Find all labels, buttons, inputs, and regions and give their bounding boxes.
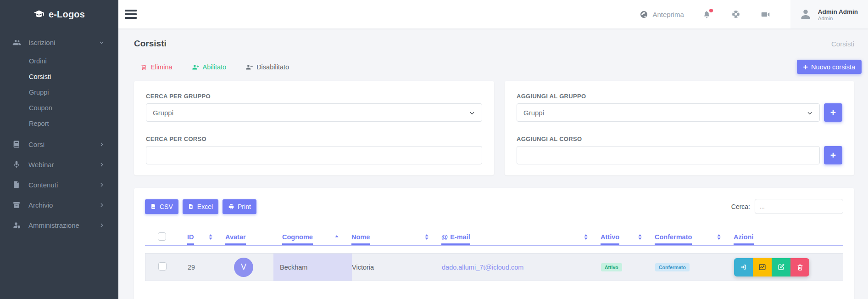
sidebar-item-label: Iscrizioni bbox=[28, 39, 99, 46]
add-group-select[interactable]: Gruppi bbox=[517, 103, 820, 122]
sidebar-item-ordini[interactable]: Ordini bbox=[0, 53, 118, 69]
sort-icon bbox=[209, 234, 212, 240]
sidebar-item-contenuti[interactable]: Contenuti bbox=[0, 175, 118, 195]
delete-row-button[interactable] bbox=[790, 258, 809, 276]
export-excel-label: Excel bbox=[197, 203, 213, 210]
table-row: 29 V Beckham Victoria dado.allumi_7t@icl… bbox=[145, 253, 843, 281]
new-corsista-label: Nuovo corsista bbox=[811, 63, 855, 71]
column-header-confermato[interactable]: Confermato bbox=[655, 233, 734, 245]
users-icon bbox=[12, 38, 21, 47]
sidebar-item-archivio[interactable]: Archivio bbox=[0, 195, 118, 215]
disable-action-button[interactable]: Disabilitato bbox=[245, 63, 289, 71]
delete-action-button[interactable]: Elimina bbox=[140, 63, 172, 71]
corsisti-table-card: csv CSV Excel bbox=[134, 188, 854, 299]
preview-label: Anteprima bbox=[652, 11, 684, 18]
select-all-checkbox[interactable] bbox=[158, 232, 166, 241]
page-content: Corsisti Corsisti Elimina Abi bbox=[118, 28, 868, 299]
sidebar-item-report[interactable]: Report bbox=[0, 116, 118, 131]
row-checkbox[interactable] bbox=[158, 262, 167, 271]
avatar: V bbox=[234, 258, 253, 277]
row-select-cell bbox=[145, 262, 188, 272]
login-as-button[interactable] bbox=[734, 258, 753, 276]
sidebar-item-label: Corsi bbox=[28, 141, 99, 148]
sidebar-item-corsi[interactable]: Corsi bbox=[0, 134, 118, 154]
trash-icon bbox=[140, 64, 147, 71]
export-csv-button[interactable]: csv CSV bbox=[145, 199, 178, 214]
main-area: Anteprima bbox=[118, 0, 868, 299]
row-nome: Victoria bbox=[352, 264, 442, 271]
column-header-email[interactable]: @E-mail bbox=[441, 233, 601, 245]
column-header-cognome[interactable]: Cognome bbox=[282, 233, 351, 245]
search-group-field: CERCA PER GRUPPO Gruppi bbox=[146, 93, 482, 122]
sort-icon bbox=[638, 234, 642, 240]
new-corsista-button[interactable]: + Nuovo corsista bbox=[797, 60, 862, 74]
export-excel-button[interactable]: Excel bbox=[183, 199, 218, 214]
sidebar-item-gruppi[interactable]: Gruppi bbox=[0, 85, 118, 100]
user-menu[interactable]: Admin Admin Admin bbox=[790, 0, 868, 28]
globe-icon bbox=[640, 10, 648, 19]
column-header-attivo[interactable]: Attivo bbox=[601, 233, 655, 245]
plus-icon: + bbox=[803, 63, 808, 71]
sidebar-item-coupon[interactable]: Coupon bbox=[0, 100, 118, 116]
export-csv-label: CSV bbox=[160, 203, 173, 210]
delete-action-label: Elimina bbox=[150, 63, 172, 71]
printer-icon bbox=[228, 203, 234, 210]
notifications-button[interactable] bbox=[702, 10, 711, 19]
column-header-id[interactable]: ID bbox=[187, 233, 225, 245]
menu-toggle-button[interactable] bbox=[125, 6, 139, 23]
table-header-row: ID Avatar Cognome bbox=[145, 231, 843, 246]
column-header-nome[interactable]: Nome bbox=[351, 233, 441, 245]
edit-icon bbox=[777, 263, 785, 271]
search-group-label: CERCA PER GRUPPO bbox=[146, 93, 482, 100]
table-search-label: Cerca: bbox=[731, 203, 750, 210]
print-label: Print bbox=[238, 203, 251, 210]
sidebar-item-label: Contenuti bbox=[28, 181, 99, 189]
status-badge-confermato: Confermato bbox=[655, 263, 690, 271]
bulk-actions: Elimina Abilitato Disabilitato bbox=[140, 63, 289, 71]
enable-action-button[interactable]: Abilitato bbox=[192, 63, 227, 71]
user-minus-icon bbox=[245, 63, 253, 71]
column-header-azioni: Azioni bbox=[734, 233, 843, 245]
sidebar-item-webinar[interactable]: Webinar bbox=[0, 154, 118, 175]
sort-icon bbox=[425, 234, 428, 240]
group-filter-select[interactable]: Gruppi bbox=[146, 103, 482, 122]
sidebar-item-amministrazione[interactable]: Amministrazione bbox=[0, 215, 118, 235]
sidebar: e-Logos Iscrizioni Ordini Corsisti Grupp… bbox=[0, 0, 118, 299]
row-attivo-cell: Attivo bbox=[601, 263, 655, 271]
course-filter-input[interactable] bbox=[146, 146, 482, 164]
video-button[interactable] bbox=[761, 10, 770, 19]
help-button[interactable] bbox=[731, 10, 740, 19]
page-title: Corsisti bbox=[134, 39, 167, 49]
row-action-buttons bbox=[734, 258, 809, 276]
edit-button[interactable] bbox=[772, 258, 790, 276]
notification-dot bbox=[709, 9, 713, 12]
table-search-input[interactable] bbox=[755, 199, 843, 214]
chevron-right-icon bbox=[99, 182, 105, 188]
stats-button[interactable] bbox=[753, 258, 772, 276]
add-to-group-button[interactable]: + bbox=[824, 103, 842, 122]
print-button[interactable]: Print bbox=[223, 199, 256, 214]
search-filters-card: CERCA PER GRUPPO Gruppi CERCA PER CORSO bbox=[134, 81, 494, 175]
chevron-right-icon bbox=[99, 202, 105, 208]
page-head: Corsisti Corsisti bbox=[134, 39, 862, 49]
brand-name: e-Logos bbox=[49, 9, 85, 20]
user-role: Admin bbox=[818, 16, 858, 21]
topbar-right: Anteprima bbox=[640, 0, 868, 28]
add-course-input[interactable] bbox=[517, 146, 820, 164]
stats-icon bbox=[758, 263, 766, 271]
add-group-value: Gruppi bbox=[523, 109, 544, 117]
sidebar-item-corsisti[interactable]: Corsisti bbox=[0, 69, 118, 85]
brand-logo[interactable]: e-Logos bbox=[0, 0, 118, 28]
user-plus-icon bbox=[192, 63, 200, 71]
microphone-icon bbox=[12, 160, 21, 169]
column-header-avatar[interactable]: Avatar bbox=[225, 233, 282, 245]
row-email-link[interactable]: dado.allumi_7t@icloud.com bbox=[442, 264, 523, 271]
chevron-down-icon bbox=[99, 39, 105, 45]
add-to-course-button[interactable]: + bbox=[824, 146, 842, 164]
trash-icon bbox=[796, 264, 804, 271]
preview-button[interactable]: Anteprima bbox=[640, 10, 684, 19]
sidebar-item-iscrizioni[interactable]: Iscrizioni bbox=[0, 32, 118, 52]
sidebar-item-label: Amministrazione bbox=[28, 221, 99, 229]
user-name: Admin Admin bbox=[818, 8, 858, 16]
sort-asc-icon bbox=[335, 234, 339, 240]
